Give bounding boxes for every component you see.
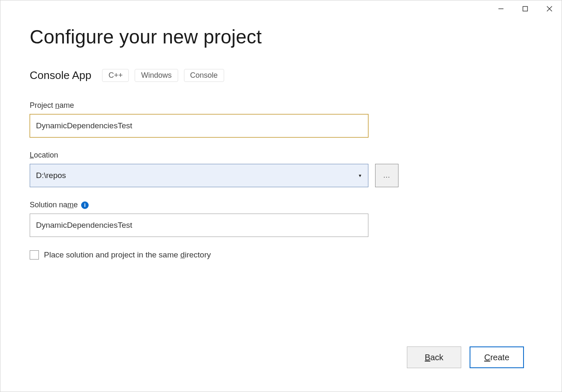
solution-name-group: Solution name i <box>30 201 532 237</box>
window-maximize-button[interactable] <box>513 0 537 17</box>
location-value: D:\repos <box>36 171 359 180</box>
location-label: Location <box>30 151 532 160</box>
window-close-button[interactable] <box>537 0 562 17</box>
browse-button[interactable]: ... <box>375 164 399 187</box>
window-titlebar <box>489 0 562 17</box>
main-content: Configure your new project Console App C… <box>30 25 532 392</box>
page-title: Configure your new project <box>30 25 532 48</box>
tag-platform: Windows <box>135 69 178 82</box>
svg-rect-1 <box>523 7 528 11</box>
project-name-label: Project name <box>30 101 532 110</box>
info-icon[interactable]: i <box>81 201 89 209</box>
tag-language: C++ <box>102 69 129 82</box>
project-name-input[interactable] <box>30 114 368 137</box>
tag-projecttype: Console <box>184 69 224 82</box>
solution-name-input[interactable] <box>30 214 368 237</box>
maximize-icon <box>522 6 528 12</box>
project-name-group: Project name <box>30 101 532 137</box>
template-info-row: Console App C++ Windows Console <box>30 69 532 82</box>
same-directory-row: Place solution and project in the same d… <box>30 250 532 260</box>
minimize-icon <box>498 6 504 12</box>
window-minimize-button[interactable] <box>489 0 513 17</box>
same-directory-label[interactable]: Place solution and project in the same d… <box>44 250 211 260</box>
dropdown-arrow-icon: ▾ <box>359 173 362 178</box>
create-button[interactable]: Create <box>470 346 524 368</box>
footer-buttons: Back Create <box>407 346 524 368</box>
location-group: Location D:\repos ▾ ... <box>30 151 532 187</box>
same-directory-checkbox[interactable] <box>30 250 39 260</box>
solution-name-label: Solution name i <box>30 201 532 209</box>
template-name: Console App <box>30 69 91 82</box>
back-button[interactable]: Back <box>407 346 461 368</box>
location-row: D:\repos ▾ ... <box>30 164 532 187</box>
location-combobox[interactable]: D:\repos ▾ <box>30 164 368 187</box>
close-icon <box>547 6 552 12</box>
